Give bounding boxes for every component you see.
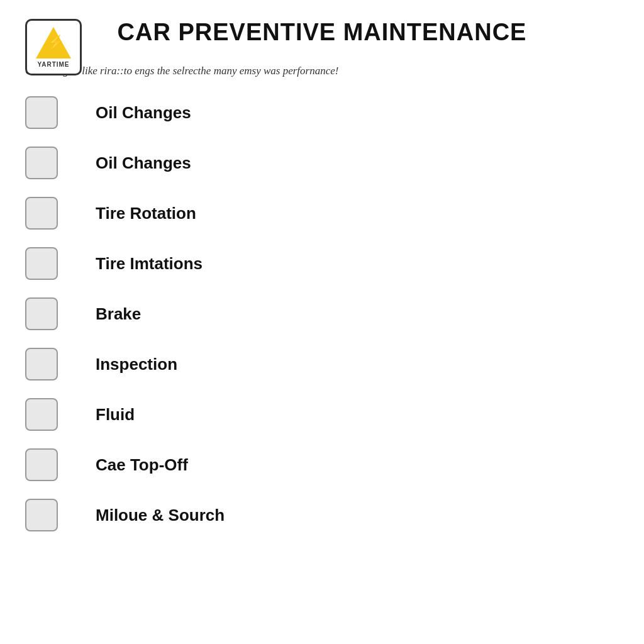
logo-triangle-icon: [36, 27, 71, 58]
page-title: CAR PREVENTIVE MAINTENANCE: [118, 19, 527, 46]
item-label-7: Fluid: [96, 405, 135, 425]
item-label-1: Oil Changes: [96, 103, 191, 123]
checkbox-item-5[interactable]: [25, 297, 58, 330]
list-item: Miloue & Sourch: [25, 499, 619, 531]
item-label-3: Tire Rotation: [96, 204, 196, 223]
subtitle-text: Car The gelt like rira::to engs the selr…: [25, 65, 619, 77]
item-label-6: Inspection: [96, 355, 177, 374]
item-label-9: Miloue & Sourch: [96, 506, 225, 525]
maintenance-checklist: Oil ChangesOil ChangesTire RotationTire …: [25, 96, 619, 531]
item-label-4: Tire Imtations: [96, 254, 203, 274]
list-item: Inspection: [25, 348, 619, 380]
checkbox-item-7[interactable]: [25, 398, 58, 431]
list-item: Brake: [25, 297, 619, 330]
logo-text: YARTIME: [37, 61, 69, 68]
checkbox-item-6[interactable]: [25, 348, 58, 380]
list-item: Tire Imtations: [25, 247, 619, 280]
checkbox-item-9[interactable]: [25, 499, 58, 531]
checkbox-item-3[interactable]: [25, 197, 58, 230]
checkbox-item-1[interactable]: [25, 96, 58, 129]
list-item: Tire Rotation: [25, 197, 619, 230]
logo: YARTIME: [25, 19, 82, 75]
page-header: YARTIME CAR PREVENTIVE MAINTENANCE: [25, 19, 619, 46]
checkbox-item-8[interactable]: [25, 448, 58, 481]
list-item: Oil Changes: [25, 147, 619, 179]
list-item: Cae Top-Off: [25, 448, 619, 481]
list-item: Fluid: [25, 398, 619, 431]
checkbox-item-2[interactable]: [25, 147, 58, 179]
item-label-5: Brake: [96, 304, 141, 324]
checkbox-item-4[interactable]: [25, 247, 58, 280]
list-item: Oil Changes: [25, 96, 619, 129]
item-label-8: Cae Top-Off: [96, 455, 188, 475]
item-label-2: Oil Changes: [96, 153, 191, 173]
